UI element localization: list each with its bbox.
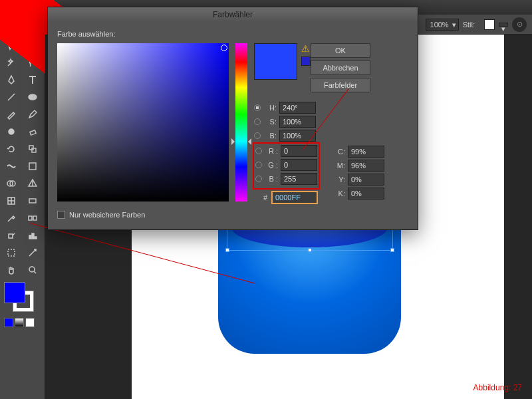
fill-swatch[interactable] (4, 282, 25, 303)
rgb-highlight-annotation: R : G : B : (253, 142, 320, 190)
hex-input[interactable] (271, 191, 318, 204)
m-input[interactable] (348, 160, 384, 172)
y-label: Y: (332, 176, 345, 184)
gamut-warning-icon[interactable]: ⚠ (301, 43, 310, 54)
k-label: K: (332, 190, 345, 198)
hue-slider[interactable] (235, 43, 247, 201)
websafe-checkbox[interactable] (57, 211, 65, 219)
c-label: C: (332, 148, 345, 156)
k-input[interactable] (348, 188, 384, 200)
figure-caption: Abbildung: 27 (473, 383, 522, 392)
tools-panel (0, 35, 45, 399)
b2-label: B : (265, 175, 278, 183)
color-picker-dialog: Farbwähler Farbe auswählen: ⚠ OK Abbrech… (47, 7, 418, 230)
h-radio[interactable] (254, 104, 261, 111)
r-input[interactable] (281, 145, 317, 157)
g-radio[interactable] (255, 162, 262, 168)
h-label: H: (263, 104, 277, 112)
none-mode-swatch[interactable] (25, 318, 35, 327)
ok-button[interactable]: OK (311, 43, 370, 58)
h-input[interactable] (279, 102, 316, 114)
dialog-title[interactable]: Farbwähler (48, 7, 418, 22)
s-label: S: (263, 118, 277, 126)
websafe-label: Nur websichere Farben (69, 211, 145, 219)
b2-radio[interactable] (255, 176, 262, 182)
cancel-button[interactable]: Abbrechen (311, 61, 370, 75)
gamut-safe-swatch[interactable] (301, 57, 311, 66)
m-label: M: (332, 162, 345, 170)
hex-label: # (254, 194, 267, 201)
saturation-value-field[interactable] (57, 43, 229, 201)
y-input[interactable] (348, 174, 384, 186)
r-label: R : (265, 147, 278, 155)
g-input[interactable] (281, 159, 317, 171)
swatches-button[interactable]: Farbfelder (311, 78, 370, 92)
r-radio[interactable] (255, 148, 262, 154)
color-preview (254, 43, 297, 80)
sv-cursor (221, 45, 227, 51)
g-label: G : (265, 161, 278, 169)
b-label: B: (263, 132, 277, 140)
c-input[interactable] (348, 146, 384, 158)
s-radio[interactable] (254, 118, 261, 125)
dialog-heading: Farbe auswählen: (57, 30, 408, 38)
b2-input[interactable] (281, 173, 317, 185)
s-input[interactable] (279, 116, 316, 128)
b-radio[interactable] (254, 132, 261, 139)
